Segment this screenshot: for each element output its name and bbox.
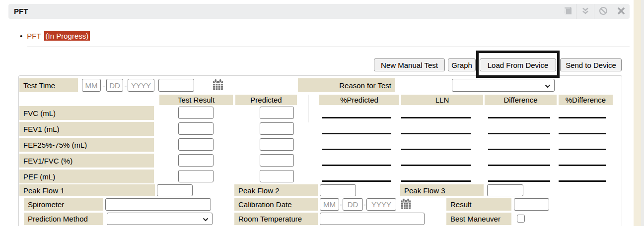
peak-flow-3-label: Peak Flow 3 <box>400 184 484 196</box>
empty-value-dash <box>322 180 391 182</box>
calibration-date-calendar-button[interactable] <box>399 198 412 211</box>
close-button[interactable] <box>612 4 630 19</box>
row-label-fev1: FEV1 (mL) <box>19 122 154 136</box>
fef25-75-predicted-input[interactable] <box>260 138 294 151</box>
empty-value-dash <box>401 180 471 182</box>
bullet-marker: • <box>20 32 22 40</box>
fvc-predicted-input[interactable] <box>260 107 294 119</box>
test-time-day-input[interactable] <box>106 79 123 92</box>
result-label: Result <box>446 198 511 211</box>
empty-value-dash <box>559 180 606 182</box>
room-temperature-label: Room Temperature <box>234 213 318 225</box>
room-temperature-input[interactable] <box>320 213 425 225</box>
reason-for-test-select[interactable] <box>452 79 555 92</box>
calendar-icon <box>213 79 223 92</box>
peak-flow-1-input[interactable] <box>157 184 193 196</box>
best-maneuver-label: Best Maneuver <box>446 213 511 225</box>
load-from-device-button[interactable]: Load From Device <box>480 58 556 71</box>
pef-predicted-input[interactable] <box>260 170 294 182</box>
empty-value-dash <box>559 165 606 166</box>
pft-page: PFT <box>0 0 644 226</box>
empty-value-dash <box>559 117 606 118</box>
calendar-icon <box>401 198 411 211</box>
calibration-date-day-input[interactable] <box>343 198 363 211</box>
in-progress-badge: (In Progress) <box>44 31 90 41</box>
fev1-fvc-test-result-input[interactable] <box>178 154 214 167</box>
reason-for-test-label: Reason for Test <box>298 78 395 92</box>
empty-value-dash <box>488 149 550 150</box>
spirometer-label: Spirometer <box>24 198 103 211</box>
prediction-method-label: Prediction Method <box>24 213 103 225</box>
column-header-percent-difference: %Difference <box>559 95 613 105</box>
fev1-predicted-input[interactable] <box>260 122 294 135</box>
column-header-percent-predicted: %Predicted <box>319 95 399 105</box>
empty-value-dash <box>322 133 391 134</box>
fev1-test-result-input[interactable] <box>178 122 214 135</box>
peak-flow-1-label: Peak Flow 1 <box>19 184 155 196</box>
page-background-edge <box>641 0 644 226</box>
empty-value-dash <box>401 133 471 134</box>
peak-flow-2-input[interactable] <box>320 184 356 196</box>
send-to-device-button[interactable]: Send to Device <box>560 58 622 71</box>
column-header-test-result: Test Result <box>159 95 233 105</box>
test-time-year-input[interactable] <box>128 79 154 92</box>
fev1-fvc-predicted-input[interactable] <box>260 154 294 167</box>
empty-value-dash <box>322 149 391 150</box>
window-toolbar <box>559 4 630 19</box>
row-label-fvc: FVC (mL) <box>19 106 154 120</box>
prediction-method-select[interactable] <box>107 213 213 225</box>
pef-test-result-input[interactable] <box>178 170 214 182</box>
empty-value-dash <box>488 133 550 134</box>
pft-link[interactable]: PFT <box>27 32 41 40</box>
new-manual-test-button[interactable]: New Manual Test <box>374 58 445 71</box>
empty-value-dash <box>401 165 471 166</box>
calibration-date-year-input[interactable] <box>366 198 396 211</box>
window-header: PFT <box>8 4 630 19</box>
date-separator: - <box>362 198 366 211</box>
double-chevron-down-icon <box>581 7 589 16</box>
book-icon <box>563 6 572 17</box>
test-time-time-input[interactable] <box>158 79 194 92</box>
result-input[interactable] <box>514 198 549 211</box>
chevron-down-icon <box>203 215 209 223</box>
column-header-predicted: Predicted <box>235 95 297 105</box>
test-time-calendar-button[interactable] <box>212 79 224 92</box>
calibration-date-month-input[interactable] <box>320 198 339 211</box>
fvc-test-result-input[interactable] <box>178 107 214 119</box>
row-label-fev1-fvc: FEV1/FVC (%) <box>19 154 154 168</box>
empty-value-dash <box>559 133 606 134</box>
test-time-label: Test Time <box>19 78 78 92</box>
graph-button[interactable]: Graph <box>448 58 476 71</box>
date-separator: - <box>339 198 343 211</box>
date-separator: - <box>101 79 106 92</box>
row-label-fef25-75: FEF25%-75% (mL) <box>19 138 154 152</box>
calibration-date-label: Calibration Date <box>234 198 318 211</box>
cancel-button[interactable] <box>594 4 612 19</box>
peak-flow-3-input[interactable] <box>487 184 523 196</box>
empty-value-dash <box>488 180 550 182</box>
empty-value-dash <box>401 117 471 118</box>
empty-value-dash <box>488 165 550 166</box>
test-time-month-input[interactable] <box>82 79 101 92</box>
empty-value-dash <box>488 117 550 118</box>
row-label-pef: PEF (mL) <box>19 170 154 183</box>
column-header-difference: Difference <box>485 95 557 105</box>
empty-value-dash <box>322 165 391 166</box>
page-background-strip <box>634 0 641 226</box>
status-line: • PFT (In Progress) <box>20 31 90 41</box>
ban-icon <box>599 6 608 17</box>
fef25-75-test-result-input[interactable] <box>178 138 214 151</box>
table-gridline <box>308 95 308 122</box>
spirometer-input[interactable] <box>105 198 211 211</box>
chevron-down-icon <box>545 81 551 90</box>
peak-flow-2-label: Peak Flow 2 <box>234 184 318 196</box>
close-icon <box>618 7 625 16</box>
report-button[interactable] <box>559 4 576 19</box>
empty-value-dash <box>559 149 606 150</box>
collapse-button[interactable] <box>576 4 594 19</box>
best-maneuver-checkbox[interactable] <box>517 215 525 223</box>
window-title: PFT <box>8 4 630 19</box>
empty-value-dash <box>322 117 391 118</box>
empty-value-dash <box>401 149 471 150</box>
section-divider <box>27 47 630 47</box>
